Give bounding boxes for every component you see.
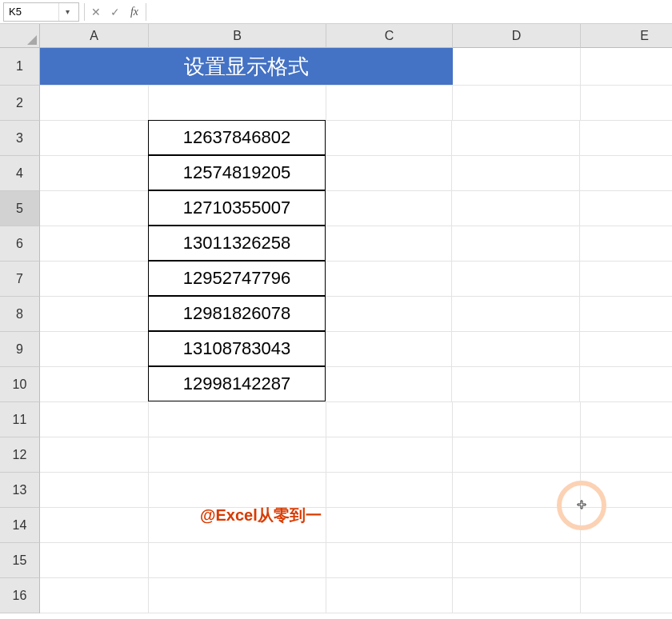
row-header[interactable]: 2 (0, 86, 40, 121)
cell[interactable] (581, 578, 672, 613)
cell[interactable] (581, 48, 672, 86)
cell[interactable] (326, 297, 452, 332)
cell[interactable] (580, 121, 672, 156)
row-header[interactable]: 1 (0, 48, 40, 86)
cell[interactable] (581, 402, 672, 437)
name-box-dropdown-icon[interactable]: ▾ (58, 3, 76, 21)
cell[interactable] (40, 297, 149, 332)
row-header[interactable]: 16 (0, 578, 40, 613)
cell[interactable] (453, 48, 581, 86)
cell[interactable] (149, 578, 326, 613)
cell[interactable] (326, 508, 453, 543)
cell[interactable] (452, 262, 580, 297)
cell[interactable]: 12952747796 (148, 261, 326, 296)
cell[interactable] (326, 121, 452, 156)
formula-input[interactable] (148, 2, 672, 22)
cell[interactable] (581, 86, 672, 121)
cell[interactable] (40, 578, 149, 613)
column-header[interactable]: D (453, 24, 581, 48)
row-header[interactable]: 10 (0, 367, 40, 402)
cell[interactable] (580, 332, 672, 367)
cell[interactable] (453, 402, 581, 437)
row-header[interactable]: 11 (0, 402, 40, 437)
cell[interactable] (580, 262, 672, 297)
cell[interactable] (149, 437, 326, 473)
cell[interactable] (453, 578, 581, 613)
cell[interactable] (452, 191, 580, 226)
cell[interactable] (40, 473, 149, 508)
cell[interactable] (40, 508, 149, 543)
cell[interactable] (580, 226, 672, 262)
cell[interactable] (326, 226, 452, 262)
row-header[interactable]: 14 (0, 508, 40, 543)
cell[interactable]: 13108783043 (148, 331, 326, 366)
cell[interactable] (326, 86, 453, 121)
cell[interactable] (581, 437, 672, 473)
cell[interactable] (452, 156, 580, 191)
cell[interactable] (40, 437, 149, 473)
row-header[interactable]: 12 (0, 437, 40, 473)
cell[interactable] (40, 543, 149, 578)
cell[interactable] (149, 86, 326, 121)
cell[interactable] (452, 297, 580, 332)
cell[interactable] (149, 402, 326, 437)
cell[interactable] (40, 121, 149, 156)
row-header[interactable]: 9 (0, 332, 40, 367)
cell[interactable]: 12998142287 (148, 366, 326, 401)
cell[interactable] (453, 86, 581, 121)
cell[interactable] (452, 226, 580, 262)
cell[interactable] (40, 332, 149, 367)
cell[interactable] (40, 402, 149, 437)
cell[interactable] (453, 437, 581, 473)
cell[interactable] (326, 156, 452, 191)
cell[interactable] (580, 156, 672, 191)
cell[interactable] (40, 156, 149, 191)
cell[interactable] (326, 262, 452, 297)
fx-icon[interactable]: fx (125, 2, 144, 22)
column-header[interactable]: E (581, 24, 672, 48)
select-all-corner[interactable] (0, 24, 40, 48)
cell[interactable]: 12710355007 (148, 190, 326, 226)
cell[interactable] (40, 86, 149, 121)
cell[interactable] (326, 543, 453, 578)
cell[interactable] (581, 543, 672, 578)
cell[interactable]: 12574819205 (148, 155, 326, 190)
row-header[interactable]: 7 (0, 262, 40, 297)
cell[interactable]: 12637846802 (148, 120, 326, 155)
cell[interactable] (326, 437, 453, 473)
name-box[interactable]: ▾ (3, 2, 79, 22)
name-box-input[interactable] (4, 6, 58, 18)
cell[interactable] (40, 367, 149, 402)
cell[interactable] (326, 578, 453, 613)
cell[interactable] (580, 191, 672, 226)
column-header[interactable]: B (149, 24, 326, 48)
cell[interactable] (580, 297, 672, 332)
cell[interactable] (326, 402, 453, 437)
row-header[interactable]: 13 (0, 473, 40, 508)
cell[interactable] (149, 473, 326, 508)
cell[interactable]: 13011326258 (148, 226, 326, 261)
cell[interactable] (453, 543, 581, 578)
cell[interactable] (149, 543, 326, 578)
cell[interactable] (326, 332, 452, 367)
confirm-icon[interactable]: ✓ (106, 2, 125, 22)
cell[interactable] (40, 226, 149, 262)
cell[interactable] (452, 121, 580, 156)
cell[interactable] (326, 473, 453, 508)
cell[interactable] (326, 367, 452, 402)
cell[interactable] (326, 191, 452, 226)
row-header[interactable]: 15 (0, 543, 40, 578)
cell[interactable] (40, 191, 149, 226)
title-cell[interactable]: 设置显示格式 (40, 48, 453, 86)
cell[interactable] (452, 332, 580, 367)
row-header[interactable]: 3 (0, 121, 40, 156)
cell[interactable] (452, 367, 580, 402)
cell[interactable] (40, 262, 149, 297)
cell[interactable]: 12981826078 (148, 296, 326, 331)
row-header[interactable]: 6 (0, 226, 40, 262)
row-header[interactable]: 4 (0, 156, 40, 191)
column-header[interactable]: A (40, 24, 149, 48)
column-header[interactable]: C (326, 24, 453, 48)
row-header[interactable]: 8 (0, 297, 40, 332)
cell[interactable] (580, 367, 672, 402)
